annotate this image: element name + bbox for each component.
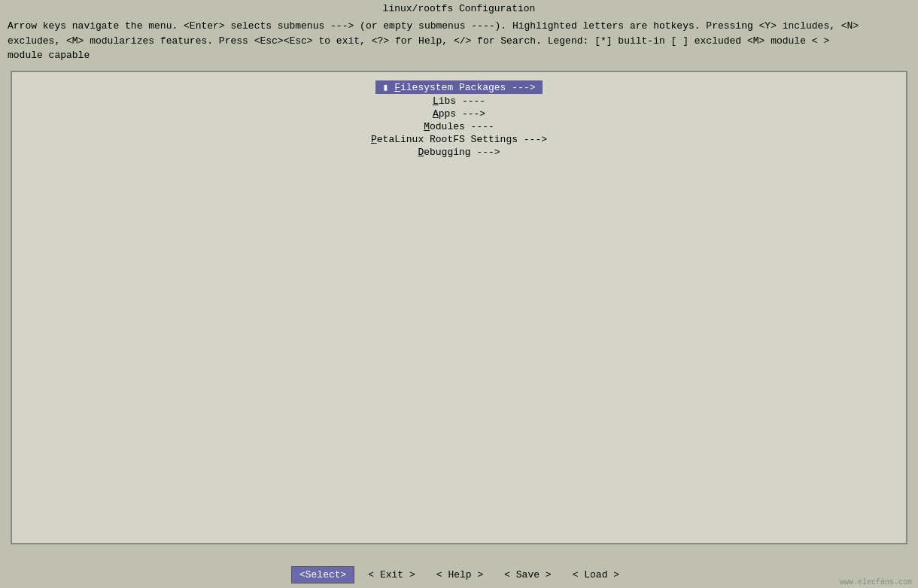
help-line-1: Arrow keys navigate the menu. <Enter> se… — [8, 19, 910, 34]
menu-item-wrapper-5: Debugging ---> — [12, 146, 906, 159]
help-line-3: module capable — [8, 48, 910, 63]
select-button[interactable]: <Select> — [291, 566, 354, 583]
save-button[interactable]: < Save > — [497, 567, 558, 583]
main-content-box: ▮ Filesystem Packages --->Libs ----Apps … — [11, 71, 907, 544]
window-title: linux/rootfs Configuration — [383, 3, 536, 14]
title-bar: linux/rootfs Configuration — [0, 0, 918, 16]
menu-item-4[interactable]: PetaLinux RootFS Settings ---> — [371, 134, 547, 145]
menu-item-selected[interactable]: ▮ Filesystem Packages ---> — [375, 80, 543, 94]
menu-item-5[interactable]: Debugging ---> — [418, 147, 500, 158]
watermark: www.elecfans.com — [840, 578, 912, 586]
menu-item-wrapper-1: Libs ---- — [12, 95, 906, 108]
menu-item-2[interactable]: Apps ---> — [433, 108, 485, 120]
help-text: Arrow keys navigate the menu. <Enter> se… — [0, 16, 918, 68]
menu-list: ▮ Filesystem Packages --->Libs ----Apps … — [12, 72, 906, 166]
load-button[interactable]: < Load > — [565, 567, 627, 583]
exit-button[interactable]: < Exit > — [360, 567, 422, 583]
bottom-bar: <Select>< Exit >< Help >< Save >< Load > — [0, 561, 918, 588]
help-line-2: excludes, <M> modularizes features. Pres… — [8, 34, 910, 49]
menu-item-wrapper-0: ▮ Filesystem Packages ---> — [12, 80, 906, 95]
menu-item-1[interactable]: Libs ---- — [433, 95, 485, 107]
menu-item-wrapper-4: PetaLinux RootFS Settings ---> — [12, 133, 906, 146]
menu-item-wrapper-3: Modules ---- — [12, 120, 906, 133]
menu-item-3[interactable]: Modules ---- — [424, 121, 494, 132]
help-button[interactable]: < Help > — [429, 567, 491, 583]
menu-item-wrapper-2: Apps ---> — [12, 108, 906, 120]
